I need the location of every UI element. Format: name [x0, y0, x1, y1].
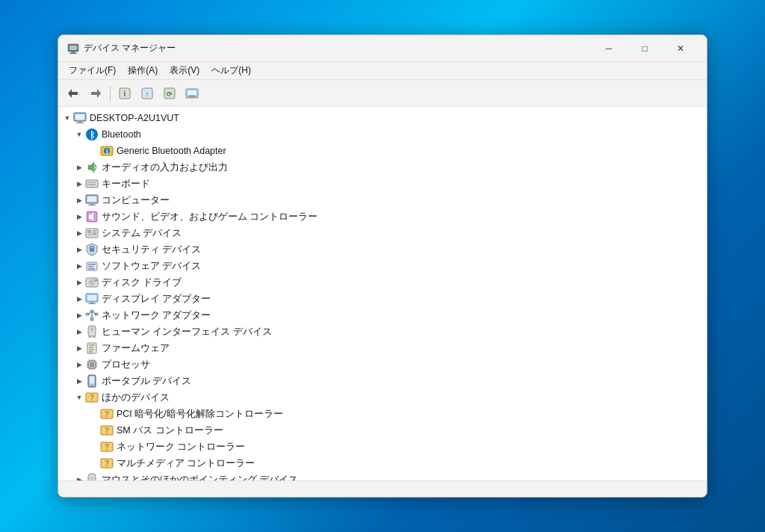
tree-item-software[interactable]: ▶ ソフトウェア デバイス — [58, 258, 707, 274]
toggle-portable[interactable]: ▶ — [73, 375, 85, 387]
tree-item-disk[interactable]: ▶ ディスク ドライブ — [58, 274, 707, 291]
icon-bt-adapter: ᛒ — [100, 144, 114, 158]
icon-network — [85, 309, 99, 322]
icon-computer2 — [85, 194, 99, 207]
svg-text:?: ? — [105, 460, 109, 468]
tree-item-root[interactable]: ▼ DESKTOP-A2U1VUT — [58, 110, 707, 126]
svg-line-64 — [93, 312, 95, 315]
toggle-other-devices[interactable]: ▼ — [73, 392, 85, 403]
tree-item-display[interactable]: ▶ ディスプレイ アダプター — [58, 291, 707, 307]
icon-smbus: ? — [100, 424, 114, 437]
icon-computer — [73, 111, 87, 125]
scan-button[interactable] — [182, 84, 202, 103]
svg-marker-4 — [68, 89, 78, 98]
toggle-sound[interactable]: ▶ — [73, 211, 85, 223]
close-button[interactable]: ✕ — [663, 37, 698, 60]
toggle-root[interactable]: ▼ — [61, 112, 73, 124]
svg-rect-27 — [87, 182, 89, 183]
tree-item-mouse[interactable]: ▶ マウスとそのほかのポインティング デバイス — [58, 471, 707, 480]
svg-rect-37 — [88, 205, 96, 205]
system-label: システム デバイス — [102, 227, 182, 240]
tree-item-computer[interactable]: ▶ コンピューター — [58, 192, 707, 208]
menu-view[interactable]: 表示(V) — [164, 63, 205, 78]
device-tree[interactable]: ▼ DESKTOP-A2U1VUT ▼ ᛒ — [58, 107, 707, 480]
tree-item-firmware[interactable]: ▶ ファームウェア — [58, 340, 707, 356]
svg-rect-14 — [190, 95, 194, 96]
tree-item-network[interactable]: ▶ ネットワーク アダプター — [58, 307, 707, 324]
svg-rect-33 — [94, 184, 96, 185]
content-area: ▼ DESKTOP-A2U1VUT ▼ ᛒ — [58, 107, 707, 480]
tree-item-portable[interactable]: ▶ ポータブル デバイス — [58, 373, 707, 389]
toggle-audio[interactable]: ▶ — [73, 161, 85, 173]
svg-text:?: ? — [90, 394, 94, 402]
toggle-security[interactable]: ▶ — [73, 244, 85, 256]
tree-item-other-devices[interactable]: ▼ ? ほかのデバイス — [58, 389, 707, 406]
tree-item-bt-adapter[interactable]: ▶ ᛒ Generic Bluetooth Adapter — [58, 143, 707, 159]
toggle-keyboard[interactable]: ▶ — [73, 178, 85, 190]
toggle-processor[interactable]: ▶ — [73, 359, 85, 371]
tree-item-processor[interactable]: ▶ — [58, 356, 707, 373]
tree-item-sound[interactable]: ▶ サウンド、ビデオ、およびゲーム コントローラー — [58, 208, 707, 225]
svg-rect-13 — [188, 90, 196, 95]
net-ctrl-label: ネットワーク コントローラー — [117, 441, 245, 454]
app-icon — [67, 43, 79, 55]
toggle-system[interactable]: ▶ — [73, 227, 85, 239]
update-driver-button[interactable]: ↑ — [137, 84, 158, 103]
menu-action[interactable]: 操作(A) — [122, 63, 164, 78]
tree-item-security[interactable]: ▶ セキュリティ デバイス — [58, 241, 707, 258]
svg-rect-69 — [88, 336, 91, 338]
svg-rect-62 — [90, 318, 93, 321]
toggle-hid[interactable]: ▶ — [73, 326, 85, 338]
properties-button[interactable]: i — [114, 84, 135, 103]
menu-file[interactable]: ファイル(F) — [63, 63, 122, 78]
svg-rect-36 — [90, 203, 94, 205]
svg-rect-2 — [71, 52, 75, 53]
tree-item-smbus[interactable]: ▶ ? SM バス コントローラー — [58, 422, 707, 439]
toggle-bluetooth[interactable]: ▼ — [73, 129, 85, 140]
toggle-disk[interactable]: ▶ — [73, 276, 85, 288]
svg-line-63 — [89, 312, 90, 315]
toggle-display[interactable]: ▶ — [73, 293, 85, 305]
tree-item-multimedia[interactable]: ▶ ? マルチメディア コントローラー — [58, 455, 707, 471]
svg-text:?: ? — [105, 427, 109, 435]
tree-item-hid[interactable]: ▶ ヒューマン インターフェイス デバイス — [58, 324, 707, 340]
svg-rect-43 — [93, 232, 96, 234]
svg-rect-19 — [76, 123, 84, 123]
toggle-network[interactable]: ▶ — [73, 309, 85, 321]
tree-item-keyboard[interactable]: ▶ キーボード — [58, 176, 707, 192]
toggle-mouse[interactable]: ▶ — [73, 474, 85, 480]
tree-item-pci[interactable]: ▶ ? PCI 暗号化/暗号化解除コントローラー — [58, 406, 707, 422]
refresh-button[interactable]: ⟳ — [159, 84, 180, 103]
toggle-firmware[interactable]: ▶ — [73, 342, 85, 354]
back-button[interactable] — [63, 84, 84, 103]
toolbar-separator-1 — [110, 86, 111, 101]
toggle-computer[interactable]: ▶ — [73, 194, 85, 206]
icon-system — [85, 226, 99, 240]
svg-rect-44 — [87, 234, 96, 235]
maximize-button[interactable]: □ — [628, 37, 662, 60]
icon-hid — [85, 325, 99, 338]
icon-multimedia: ? — [100, 457, 114, 470]
security-label: セキュリティ デバイス — [102, 244, 201, 256]
svg-text:ᛒ: ᛒ — [90, 130, 95, 140]
tree-item-audio[interactable]: ▶ オーディオの入力および出力 — [58, 159, 707, 176]
tree-item-system[interactable]: ▶ システム デバイス — [58, 225, 707, 241]
tree-item-bluetooth[interactable]: ▼ ᛒ Bluetooth — [58, 126, 707, 143]
computer-label: コンピューター — [102, 194, 170, 207]
svg-text:i: i — [124, 90, 126, 98]
minimize-button[interactable]: ─ — [592, 37, 626, 60]
svg-text:⟳: ⟳ — [167, 90, 173, 98]
toggle-software[interactable]: ▶ — [73, 260, 85, 272]
tree-item-net-ctrl[interactable]: ▶ ? ネットワーク コントローラー — [58, 439, 707, 455]
svg-rect-41 — [87, 230, 91, 233]
forward-button[interactable] — [85, 84, 106, 103]
svg-rect-58 — [88, 303, 96, 304]
icon-mouse — [85, 473, 99, 480]
multimedia-label: マルチメディア コントローラー — [117, 457, 255, 470]
svg-text:?: ? — [105, 443, 109, 451]
icon-security — [85, 243, 99, 256]
menu-help[interactable]: ヘルプ(H) — [205, 63, 257, 78]
svg-rect-31 — [87, 184, 89, 185]
portable-label: ポータブル デバイス — [102, 375, 191, 388]
icon-bluetooth: ᛒ — [85, 128, 99, 141]
